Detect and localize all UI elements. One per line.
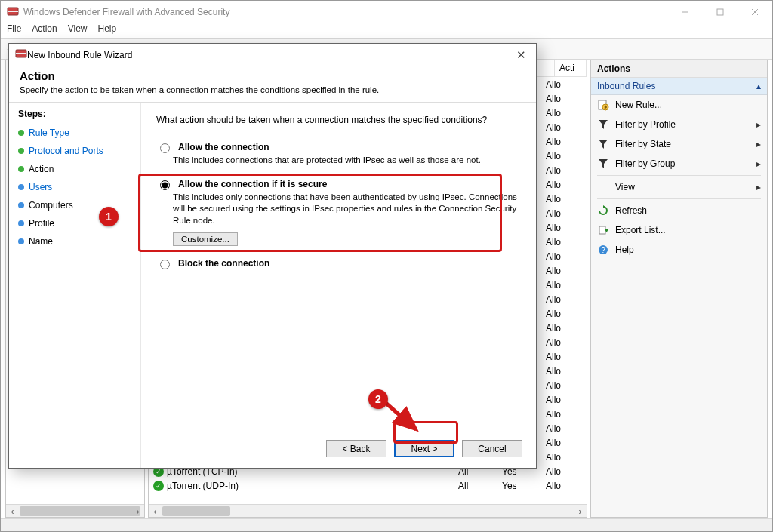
submenu-arrow-icon: ▸: [756, 182, 761, 192]
action-label: Filter by Profile: [615, 119, 750, 130]
separator: [597, 175, 761, 176]
collapse-icon[interactable]: ▴: [756, 81, 761, 91]
refresh-icon: [597, 204, 609, 217]
actions-header: Actions: [591, 60, 767, 78]
step-label: Computers: [29, 200, 73, 211]
firewall-app-icon: [15, 48, 27, 63]
submenu-arrow-icon: ▸: [756, 158, 761, 169]
scroll-thumb[interactable]: [162, 506, 230, 516]
step-action: Action: [18, 160, 131, 178]
option-desc: This includes connections that are prote…: [173, 155, 521, 167]
option-title: Block the connection: [178, 258, 269, 269]
filter-icon: [597, 158, 609, 170]
col-action[interactable]: Acti: [555, 60, 587, 76]
svg-marker-9: [599, 120, 608, 129]
action-label: Refresh: [615, 205, 647, 216]
svg-rect-1: [8, 11, 18, 12]
action-label: New Rule...: [615, 100, 662, 110]
svg-marker-11: [599, 159, 608, 168]
option-block[interactable]: Block the connection: [156, 258, 521, 269]
tree-horizontal-scrollbar[interactable]: ‹ ›: [6, 504, 144, 517]
annotation-badge-2: 2: [368, 389, 388, 409]
action-new-rule[interactable]: ✶ New Rule...: [591, 95, 767, 115]
help-icon: ?: [597, 244, 609, 256]
maximize-button[interactable]: [703, 1, 738, 23]
step-rule-type[interactable]: Rule Type: [18, 124, 131, 142]
step-label: Profile: [29, 218, 54, 229]
main-titlebar: Windows Defender Firewall with Advanced …: [1, 1, 772, 23]
action-label: View: [615, 182, 750, 192]
step-dot-icon: [18, 238, 24, 244]
dialog-heading: Action: [20, 69, 525, 82]
annotation-arrow-icon: [382, 399, 427, 437]
step-label-current: Action: [29, 164, 54, 174]
submenu-arrow-icon: ▸: [756, 119, 761, 130]
radio-block[interactable]: [160, 260, 170, 269]
menu-help[interactable]: Help: [98, 23, 117, 38]
radio-allow[interactable]: [160, 143, 170, 153]
rule-action: Allo: [543, 481, 587, 491]
annotation-badge-1: 1: [99, 207, 119, 226]
step-users[interactable]: Users: [18, 178, 131, 196]
svg-rect-18: [16, 53, 26, 54]
option-allow[interactable]: Allow the connection This includes conne…: [156, 142, 521, 167]
menu-action[interactable]: Action: [32, 23, 57, 38]
allow-icon: [153, 481, 164, 491]
action-help[interactable]: ? Help: [591, 240, 767, 260]
step-link[interactable]: Users: [29, 182, 52, 192]
scroll-right-icon[interactable]: ›: [131, 505, 144, 518]
actions-section-label: Inbound Rules: [597, 81, 655, 91]
close-button[interactable]: [738, 1, 772, 23]
cancel-button[interactable]: Cancel: [462, 440, 522, 457]
step-link[interactable]: Protocol and Ports: [29, 146, 103, 156]
scroll-left-icon[interactable]: ‹: [6, 505, 19, 518]
option-title: Allow the connection: [178, 142, 269, 152]
filter-icon: [597, 138, 609, 150]
action-filter-group[interactable]: Filter by Group ▸: [591, 154, 767, 174]
action-view[interactable]: View ▸: [591, 177, 767, 197]
step-dot-icon: [18, 202, 24, 208]
rules-horizontal-scrollbar[interactable]: ‹ ›: [149, 504, 587, 517]
option-allow-secure[interactable]: Allow the connection if it is secure Thi…: [156, 179, 521, 247]
action-filter-profile[interactable]: Filter by Profile ▸: [591, 115, 767, 134]
new-rule-icon: ✶: [597, 99, 609, 111]
next-button[interactable]: Next >: [394, 440, 454, 457]
scroll-right-icon[interactable]: ›: [574, 505, 587, 518]
step-link[interactable]: Rule Type: [29, 128, 69, 138]
dialog-close-button[interactable]: ✕: [506, 48, 536, 62]
minimize-button[interactable]: [668, 1, 703, 23]
action-prompt: What action should be taken when a conne…: [156, 115, 521, 125]
dialog-subheading: Specify the action to be taken when a co…: [20, 85, 525, 94]
separator: [597, 198, 761, 199]
blank-icon: [597, 181, 609, 193]
menu-view[interactable]: View: [68, 23, 88, 38]
svg-line-20: [386, 403, 416, 429]
svg-text:✶: ✶: [603, 104, 608, 111]
menubar: File Action View Help: [1, 23, 772, 38]
rule-row[interactable]: µTorrent (UDP-In)AllYesAllo: [149, 478, 587, 493]
action-refresh[interactable]: Refresh: [591, 201, 767, 220]
svg-rect-3: [717, 9, 723, 15]
radio-allow-secure[interactable]: [160, 180, 170, 190]
svg-marker-10: [599, 140, 608, 149]
action-label: Help: [615, 244, 634, 255]
action-export[interactable]: Export List...: [591, 220, 767, 240]
scroll-left-icon[interactable]: ‹: [149, 505, 162, 518]
step-dot-icon: [18, 184, 24, 190]
dialog-title: New Inbound Rule Wizard: [27, 50, 506, 60]
back-button[interactable]: < Back: [326, 440, 386, 457]
action-label: Filter by Group: [615, 158, 750, 169]
rule-action: Allo: [543, 452, 587, 463]
step-dot-icon: [18, 130, 24, 136]
actions-section-inbound[interactable]: Inbound Rules ▴: [591, 78, 767, 95]
action-label: Export List...: [615, 225, 666, 235]
step-protocol-ports[interactable]: Protocol and Ports: [18, 142, 131, 160]
customize-button[interactable]: Customize...: [173, 232, 238, 246]
rule-profile: All: [455, 481, 499, 491]
action-filter-state[interactable]: Filter by State ▸: [591, 134, 767, 154]
window-title: Windows Defender Firewall with Advanced …: [23, 7, 668, 17]
scroll-thumb[interactable]: [20, 506, 140, 516]
export-icon: [597, 224, 609, 236]
statusbar: [1, 518, 772, 531]
menu-file[interactable]: File: [7, 23, 21, 38]
